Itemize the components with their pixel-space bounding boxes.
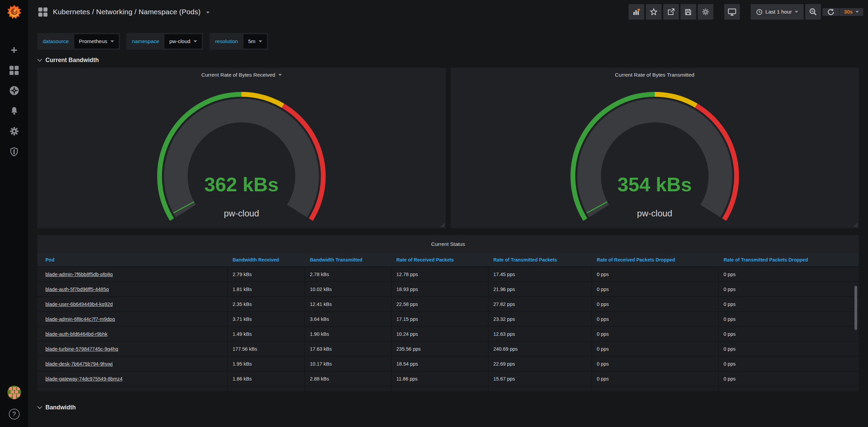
table-cell: 0 pps bbox=[592, 387, 719, 391]
gauge-value: 354 kBs bbox=[451, 173, 859, 196]
datasource-select[interactable]: Prometheus bbox=[74, 34, 119, 48]
user-avatar[interactable] bbox=[7, 386, 21, 399]
panel-resize-handle[interactable] bbox=[441, 223, 445, 227]
zoom-out-button[interactable] bbox=[805, 4, 821, 20]
pod-link[interactable]: blade-turbine-579847745c-9g4hq bbox=[45, 346, 118, 352]
dashboards-grid-icon[interactable] bbox=[8, 64, 20, 76]
clock-icon bbox=[756, 9, 763, 15]
section-current-bandwidth[interactable]: Current Bandwidth bbox=[38, 57, 859, 64]
gauge-bytes-received: 362 kBs pw-cloud bbox=[37, 82, 446, 228]
column-header[interactable]: Rate of Transmitted Packets bbox=[489, 257, 592, 263]
table-cell: 0 pps bbox=[719, 312, 859, 326]
refresh-interval-picker[interactable]: 30s bbox=[840, 8, 863, 16]
column-header[interactable]: Pod bbox=[37, 257, 228, 263]
table-cell: 12.78 pps bbox=[392, 267, 489, 281]
table-row: blade-admin-6f8c44c7f7-m9dpq3.71 kBs3.64… bbox=[37, 311, 859, 326]
table-row: blade-gateway-74dc975549-8bmz41.86 kBs2.… bbox=[37, 371, 859, 386]
help-icon[interactable]: ? bbox=[9, 409, 20, 420]
table-cell: 17.63 kBs bbox=[305, 342, 392, 356]
table-cell: 0 pps bbox=[592, 282, 719, 296]
table-cell: 15.67 pps bbox=[489, 372, 592, 386]
pod-link[interactable]: blade-auth-bfd6464bd-r9bhk bbox=[45, 331, 107, 337]
zoom-out-icon bbox=[809, 8, 817, 16]
pod-link[interactable]: blade-auth-5f7bd96ff5-4485q bbox=[45, 287, 109, 292]
gauge-bytes-transmitted: 354 kBs pw-cloud bbox=[451, 82, 859, 228]
star-button[interactable] bbox=[646, 4, 662, 20]
chevron-down-icon bbox=[37, 57, 42, 62]
column-header[interactable]: Rate of Received Packets bbox=[392, 257, 489, 263]
chevron-down-icon bbox=[194, 40, 197, 42]
alerting-bell-icon[interactable] bbox=[8, 105, 20, 117]
table-cell: 22.58 pps bbox=[392, 297, 489, 311]
table-cell: blade-auth-5f7bd96ff5-4485q bbox=[37, 282, 228, 296]
column-header[interactable]: Rate of Transmitted Packets Dropped bbox=[719, 257, 859, 263]
time-range-picker[interactable]: Last 1 hour bbox=[751, 4, 804, 20]
admin-shield-icon[interactable] bbox=[8, 146, 20, 157]
table-cell: 62.93 pps bbox=[392, 387, 489, 391]
chevron-down-icon bbox=[795, 11, 798, 13]
refresh-icon bbox=[827, 8, 835, 16]
panel-current-status: Current Status PodBandwidth ReceivedBand… bbox=[37, 235, 859, 391]
column-header[interactable]: Bandwidth Transmitted bbox=[305, 257, 392, 263]
page-title: Kubernetes / Networking / Namespace (Pod… bbox=[53, 8, 201, 16]
table-cell: 2.88 kBs bbox=[305, 372, 392, 386]
save-button[interactable] bbox=[680, 4, 696, 20]
table-cell: blade-user-6b649449b4-kq92d bbox=[37, 297, 228, 311]
pod-link[interactable]: blade-user-6b649449b4-kq92d bbox=[45, 302, 113, 307]
gauge-series-label: pw-cloud bbox=[37, 208, 446, 219]
pod-link[interactable]: blade-desk-7b6475b794-9hvwj bbox=[45, 361, 113, 367]
table-cell: 18.54 pps bbox=[392, 357, 489, 371]
column-header[interactable]: Bandwidth Received bbox=[228, 257, 305, 263]
table-cell: 50.27 kBs bbox=[305, 387, 392, 391]
panel-title-bytes-transmitted[interactable]: Current Rate of Bytes Transmitted bbox=[451, 68, 859, 82]
table-cell: 23.32 pps bbox=[489, 312, 592, 326]
tv-mode-button[interactable] bbox=[724, 4, 740, 20]
pod-link[interactable]: blade-gateway-74dc975549-8bmz4 bbox=[45, 376, 122, 382]
gauge-arc bbox=[550, 82, 760, 227]
create-plus-icon[interactable]: + bbox=[8, 44, 20, 56]
panel-title-current-status[interactable]: Current Status bbox=[37, 235, 859, 253]
table-cell: 0 pps bbox=[592, 372, 719, 386]
refresh-button[interactable] bbox=[823, 8, 839, 16]
pod-link[interactable]: blade-message-6dc46477cb-hks2n bbox=[45, 391, 122, 391]
table-cell: 0 pps bbox=[719, 342, 859, 356]
table-cell: 0 pps bbox=[719, 327, 859, 341]
sidebar-menu: + bbox=[8, 44, 20, 157]
table-cell: 21.96 pps bbox=[489, 282, 592, 296]
grafana-logo-icon[interactable] bbox=[6, 4, 22, 20]
table-cell: 10.02 kBs bbox=[305, 282, 392, 296]
table-header-row: PodBandwidth ReceivedBandwidth Transmitt… bbox=[37, 253, 859, 266]
resolution-select[interactable]: 5m bbox=[243, 34, 267, 48]
namespace-select[interactable]: pw-cloud bbox=[164, 34, 202, 48]
share-button[interactable] bbox=[663, 4, 679, 20]
refresh-group: 30s bbox=[823, 8, 863, 16]
dashboard-title-button[interactable]: Kubernetes / Networking / Namespace (Pod… bbox=[38, 7, 210, 17]
table-cell: 10.17 kBs bbox=[305, 357, 392, 371]
table-cell: 2.35 kBs bbox=[228, 297, 305, 311]
panel-title-bytes-received[interactable]: Current Rate of Bytes Received bbox=[37, 68, 446, 82]
configuration-gear-icon[interactable] bbox=[8, 125, 20, 137]
table-row: blade-message-6dc46477cb-hks2n5.57 kBs50… bbox=[37, 386, 859, 391]
pod-link[interactable]: blade-admin-6f8c44c7f7-m9dpq bbox=[45, 316, 115, 322]
gauge-value: 362 kBs bbox=[37, 173, 446, 196]
explore-compass-icon[interactable] bbox=[8, 85, 20, 96]
add-panel-button[interactable] bbox=[629, 4, 644, 20]
dashboard-settings-button[interactable] bbox=[698, 4, 713, 20]
column-header[interactable]: Rate of Received Packets Dropped bbox=[592, 257, 719, 263]
table-cell: blade-admin-6f8c44c7f7-m9dpq bbox=[37, 312, 228, 326]
sidebar-bottom: ? bbox=[7, 386, 21, 427]
star-icon bbox=[650, 8, 658, 16]
table-cell: 177.56 kBs bbox=[228, 342, 305, 356]
chevron-down-icon bbox=[278, 74, 282, 76]
panel-resize-handle[interactable] bbox=[854, 223, 858, 227]
table-scrollbar[interactable] bbox=[854, 286, 857, 330]
table-cell: 1.81 kBs bbox=[228, 282, 305, 296]
table-cell: 18.93 pps bbox=[392, 282, 489, 296]
table-cell: blade-gateway-74dc975549-8bmz4 bbox=[37, 372, 228, 386]
table-cell: 17.45 pps bbox=[489, 267, 592, 281]
variable-label: resolution bbox=[210, 38, 243, 44]
share-icon bbox=[667, 8, 675, 16]
section-bandwidth[interactable]: Bandwidth bbox=[38, 404, 859, 411]
table-cell: 11.86 pps bbox=[392, 372, 489, 386]
pod-link[interactable]: blade-admin-7f6bb8f5db-pfp8q bbox=[45, 272, 113, 277]
